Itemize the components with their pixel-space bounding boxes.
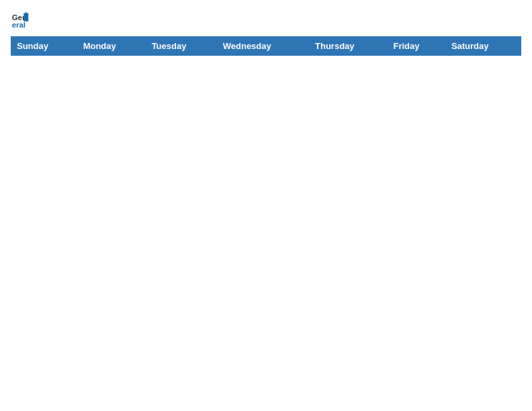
weekday-header-friday: Friday xyxy=(388,37,445,56)
logo-icon: Gen eral xyxy=(11,11,30,30)
weekday-header-saturday: Saturday xyxy=(445,37,521,56)
header: Gen eral xyxy=(11,11,521,30)
weekday-header-thursday: Thursday xyxy=(310,37,388,56)
calendar-header-row: SundayMondayTuesdayWednesdayThursdayFrid… xyxy=(11,37,521,56)
logo: Gen eral xyxy=(11,11,32,30)
weekday-header-monday: Monday xyxy=(77,37,146,56)
svg-text:eral: eral xyxy=(12,21,26,29)
calendar-table: SundayMondayTuesdayWednesdayThursdayFrid… xyxy=(11,36,521,56)
weekday-header-wednesday: Wednesday xyxy=(217,37,309,56)
weekday-header-sunday: Sunday xyxy=(11,37,78,56)
weekday-header-tuesday: Tuesday xyxy=(146,37,217,56)
